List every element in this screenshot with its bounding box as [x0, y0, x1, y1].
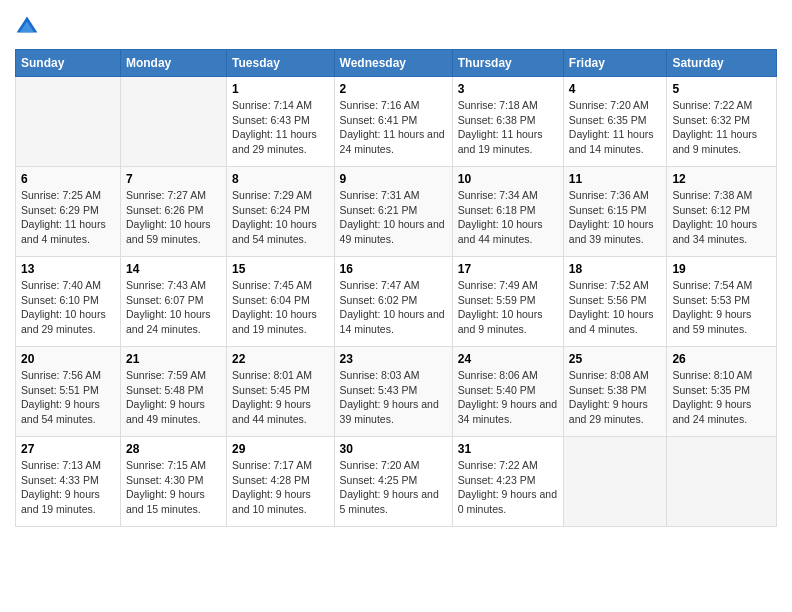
calendar-cell: 18Sunrise: 7:52 AMSunset: 5:56 PMDayligh…	[563, 257, 667, 347]
day-number: 15	[232, 262, 329, 276]
day-number: 6	[21, 172, 115, 186]
day-number: 30	[340, 442, 447, 456]
calendar-cell: 20Sunrise: 7:56 AMSunset: 5:51 PMDayligh…	[16, 347, 121, 437]
day-info: Sunrise: 7:29 AMSunset: 6:24 PMDaylight:…	[232, 188, 329, 247]
calendar-cell: 1Sunrise: 7:14 AMSunset: 6:43 PMDaylight…	[227, 77, 335, 167]
calendar-cell: 5Sunrise: 7:22 AMSunset: 6:32 PMDaylight…	[667, 77, 777, 167]
day-info: Sunrise: 7:47 AMSunset: 6:02 PMDaylight:…	[340, 278, 447, 337]
day-info: Sunrise: 7:20 AMSunset: 6:35 PMDaylight:…	[569, 98, 662, 157]
calendar-cell	[667, 437, 777, 527]
calendar-cell: 12Sunrise: 7:38 AMSunset: 6:12 PMDayligh…	[667, 167, 777, 257]
day-info: Sunrise: 7:31 AMSunset: 6:21 PMDaylight:…	[340, 188, 447, 247]
day-number: 25	[569, 352, 662, 366]
calendar-cell: 24Sunrise: 8:06 AMSunset: 5:40 PMDayligh…	[452, 347, 563, 437]
day-info: Sunrise: 7:27 AMSunset: 6:26 PMDaylight:…	[126, 188, 221, 247]
calendar-cell: 31Sunrise: 7:22 AMSunset: 4:23 PMDayligh…	[452, 437, 563, 527]
day-info: Sunrise: 7:56 AMSunset: 5:51 PMDaylight:…	[21, 368, 115, 427]
calendar-cell: 14Sunrise: 7:43 AMSunset: 6:07 PMDayligh…	[120, 257, 226, 347]
day-number: 18	[569, 262, 662, 276]
day-number: 2	[340, 82, 447, 96]
day-number: 5	[672, 82, 771, 96]
day-info: Sunrise: 7:38 AMSunset: 6:12 PMDaylight:…	[672, 188, 771, 247]
calendar-week-row: 20Sunrise: 7:56 AMSunset: 5:51 PMDayligh…	[16, 347, 777, 437]
day-number: 28	[126, 442, 221, 456]
calendar-cell: 22Sunrise: 8:01 AMSunset: 5:45 PMDayligh…	[227, 347, 335, 437]
calendar-cell: 13Sunrise: 7:40 AMSunset: 6:10 PMDayligh…	[16, 257, 121, 347]
weekday-header: Sunday	[16, 50, 121, 77]
calendar-cell: 17Sunrise: 7:49 AMSunset: 5:59 PMDayligh…	[452, 257, 563, 347]
day-number: 9	[340, 172, 447, 186]
calendar-cell: 3Sunrise: 7:18 AMSunset: 6:38 PMDaylight…	[452, 77, 563, 167]
day-info: Sunrise: 7:16 AMSunset: 6:41 PMDaylight:…	[340, 98, 447, 157]
weekday-header: Saturday	[667, 50, 777, 77]
day-info: Sunrise: 7:45 AMSunset: 6:04 PMDaylight:…	[232, 278, 329, 337]
day-info: Sunrise: 8:03 AMSunset: 5:43 PMDaylight:…	[340, 368, 447, 427]
weekday-header: Monday	[120, 50, 226, 77]
calendar-cell: 4Sunrise: 7:20 AMSunset: 6:35 PMDaylight…	[563, 77, 667, 167]
day-info: Sunrise: 7:18 AMSunset: 6:38 PMDaylight:…	[458, 98, 558, 157]
day-info: Sunrise: 8:10 AMSunset: 5:35 PMDaylight:…	[672, 368, 771, 427]
calendar-body: 1Sunrise: 7:14 AMSunset: 6:43 PMDaylight…	[16, 77, 777, 527]
calendar-week-row: 6Sunrise: 7:25 AMSunset: 6:29 PMDaylight…	[16, 167, 777, 257]
calendar-cell: 28Sunrise: 7:15 AMSunset: 4:30 PMDayligh…	[120, 437, 226, 527]
calendar-header: SundayMondayTuesdayWednesdayThursdayFrid…	[16, 50, 777, 77]
day-number: 3	[458, 82, 558, 96]
day-info: Sunrise: 7:22 AMSunset: 6:32 PMDaylight:…	[672, 98, 771, 157]
day-info: Sunrise: 8:08 AMSunset: 5:38 PMDaylight:…	[569, 368, 662, 427]
day-info: Sunrise: 7:20 AMSunset: 4:25 PMDaylight:…	[340, 458, 447, 517]
weekday-header: Thursday	[452, 50, 563, 77]
calendar-cell: 10Sunrise: 7:34 AMSunset: 6:18 PMDayligh…	[452, 167, 563, 257]
day-number: 1	[232, 82, 329, 96]
page-header	[15, 15, 777, 39]
day-info: Sunrise: 7:17 AMSunset: 4:28 PMDaylight:…	[232, 458, 329, 517]
calendar-cell: 8Sunrise: 7:29 AMSunset: 6:24 PMDaylight…	[227, 167, 335, 257]
calendar-cell: 15Sunrise: 7:45 AMSunset: 6:04 PMDayligh…	[227, 257, 335, 347]
logo	[15, 15, 43, 39]
day-number: 29	[232, 442, 329, 456]
calendar-cell	[563, 437, 667, 527]
weekday-header: Friday	[563, 50, 667, 77]
day-number: 11	[569, 172, 662, 186]
day-info: Sunrise: 7:34 AMSunset: 6:18 PMDaylight:…	[458, 188, 558, 247]
weekday-header: Wednesday	[334, 50, 452, 77]
day-number: 23	[340, 352, 447, 366]
day-number: 13	[21, 262, 115, 276]
day-number: 8	[232, 172, 329, 186]
day-info: Sunrise: 8:06 AMSunset: 5:40 PMDaylight:…	[458, 368, 558, 427]
calendar-cell: 26Sunrise: 8:10 AMSunset: 5:35 PMDayligh…	[667, 347, 777, 437]
day-number: 4	[569, 82, 662, 96]
day-number: 21	[126, 352, 221, 366]
day-info: Sunrise: 7:14 AMSunset: 6:43 PMDaylight:…	[232, 98, 329, 157]
day-info: Sunrise: 7:15 AMSunset: 4:30 PMDaylight:…	[126, 458, 221, 517]
day-number: 31	[458, 442, 558, 456]
calendar-cell: 25Sunrise: 8:08 AMSunset: 5:38 PMDayligh…	[563, 347, 667, 437]
day-info: Sunrise: 7:59 AMSunset: 5:48 PMDaylight:…	[126, 368, 221, 427]
calendar-cell: 30Sunrise: 7:20 AMSunset: 4:25 PMDayligh…	[334, 437, 452, 527]
logo-icon	[15, 15, 39, 39]
day-info: Sunrise: 7:36 AMSunset: 6:15 PMDaylight:…	[569, 188, 662, 247]
day-info: Sunrise: 7:54 AMSunset: 5:53 PMDaylight:…	[672, 278, 771, 337]
day-number: 27	[21, 442, 115, 456]
calendar-cell: 29Sunrise: 7:17 AMSunset: 4:28 PMDayligh…	[227, 437, 335, 527]
day-number: 20	[21, 352, 115, 366]
day-info: Sunrise: 7:49 AMSunset: 5:59 PMDaylight:…	[458, 278, 558, 337]
day-info: Sunrise: 8:01 AMSunset: 5:45 PMDaylight:…	[232, 368, 329, 427]
day-number: 26	[672, 352, 771, 366]
day-info: Sunrise: 7:43 AMSunset: 6:07 PMDaylight:…	[126, 278, 221, 337]
day-number: 12	[672, 172, 771, 186]
weekday-header: Tuesday	[227, 50, 335, 77]
calendar-cell	[16, 77, 121, 167]
day-number: 24	[458, 352, 558, 366]
day-info: Sunrise: 7:25 AMSunset: 6:29 PMDaylight:…	[21, 188, 115, 247]
day-info: Sunrise: 7:13 AMSunset: 4:33 PMDaylight:…	[21, 458, 115, 517]
calendar-cell: 2Sunrise: 7:16 AMSunset: 6:41 PMDaylight…	[334, 77, 452, 167]
day-number: 19	[672, 262, 771, 276]
calendar-cell: 9Sunrise: 7:31 AMSunset: 6:21 PMDaylight…	[334, 167, 452, 257]
day-info: Sunrise: 7:40 AMSunset: 6:10 PMDaylight:…	[21, 278, 115, 337]
calendar-cell: 7Sunrise: 7:27 AMSunset: 6:26 PMDaylight…	[120, 167, 226, 257]
calendar-cell	[120, 77, 226, 167]
calendar-cell: 23Sunrise: 8:03 AMSunset: 5:43 PMDayligh…	[334, 347, 452, 437]
calendar-cell: 19Sunrise: 7:54 AMSunset: 5:53 PMDayligh…	[667, 257, 777, 347]
calendar-cell: 21Sunrise: 7:59 AMSunset: 5:48 PMDayligh…	[120, 347, 226, 437]
calendar-cell: 11Sunrise: 7:36 AMSunset: 6:15 PMDayligh…	[563, 167, 667, 257]
